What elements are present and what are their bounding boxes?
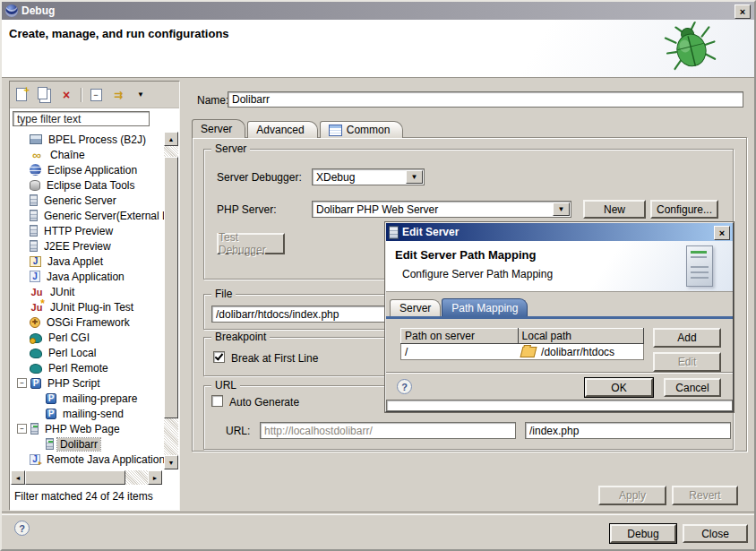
- tree-item[interactable]: Generic Server(External Launch): [12, 208, 165, 223]
- close-button[interactable]: Close: [683, 524, 748, 543]
- cancel-button[interactable]: Cancel: [664, 378, 721, 397]
- configure-server-button[interactable]: Configure...: [650, 200, 718, 219]
- tree-item[interactable]: mailing-send: [12, 406, 165, 421]
- column-path-on-server[interactable]: Path on server: [401, 329, 519, 344]
- tree-item[interactable]: J2EE Preview: [12, 238, 165, 254]
- column-local-path[interactable]: Local path: [518, 329, 643, 344]
- apply-button-label: Apply: [619, 489, 646, 502]
- page-title: Create, manage, and run configurations: [9, 27, 229, 40]
- tree-item[interactable]: Generic Server: [12, 193, 165, 208]
- new-configuration-button[interactable]: [13, 87, 30, 103]
- dialog-tab-path-mapping[interactable]: Path Mapping: [442, 298, 528, 316]
- tree-item-icon: [30, 164, 41, 176]
- tree-item[interactable]: BPEL Process (B2J): [12, 132, 165, 147]
- tree-item[interactable]: Dolibarr: [12, 436, 165, 452]
- name-input[interactable]: [228, 91, 743, 108]
- scroll-left-button[interactable]: ◄: [11, 470, 25, 485]
- new-server-button[interactable]: New: [583, 200, 646, 219]
- url-path-field[interactable]: [525, 422, 731, 439]
- tree-item-icon: [30, 423, 39, 435]
- filter-arrows-icon: [114, 89, 123, 101]
- php-server-select[interactable]: Dolibarr PHP Web Server: [312, 201, 571, 218]
- tree-item[interactable]: OSGi Framework: [12, 314, 165, 330]
- duplicate-icon: [38, 87, 47, 99]
- dropdown-arrow-icon[interactable]: [406, 170, 423, 184]
- tree-item-label: Dolibarr: [57, 438, 100, 451]
- help-icon[interactable]: [14, 521, 30, 536]
- tree-item[interactable]: PHP Web Page: [12, 421, 165, 436]
- tab-common[interactable]: Common: [320, 121, 404, 138]
- window-titlebar[interactable]: Debug: [2, 2, 754, 20]
- break-at-first-line-checkbox[interactable]: [213, 351, 225, 363]
- tab-advanced-label: Advanced: [256, 124, 304, 136]
- ok-button[interactable]: OK: [585, 378, 653, 397]
- server-debugger-select[interactable]: XDebug: [312, 168, 425, 185]
- tree-expander-icon[interactable]: [17, 378, 27, 388]
- tree-item[interactable]: Perl CGI: [12, 330, 165, 345]
- url-auto-preview-field[interactable]: [386, 400, 733, 411]
- tree-horizontal-scrollbar[interactable]: ◄ ►: [11, 470, 162, 485]
- cell-local-path[interactable]: /dolibarr/htdocs: [518, 344, 643, 360]
- auto-generate-checkbox[interactable]: [211, 395, 223, 407]
- tree-item[interactable]: Java Applet: [12, 254, 165, 269]
- php-server-value: Dolibarr PHP Web Server: [316, 203, 438, 216]
- add-mapping-button[interactable]: Add: [653, 328, 721, 348]
- path-mapping-table[interactable]: Path on server Local path / /dolibarr/ht…: [400, 328, 644, 360]
- scroll-up-button[interactable]: ▲: [164, 132, 178, 146]
- revert-button[interactable]: Revert: [672, 486, 738, 505]
- tree-item[interactable]: Chaîne: [12, 147, 165, 162]
- edit-server-titlebar[interactable]: Edit Server: [386, 223, 733, 241]
- apply-button[interactable]: Apply: [598, 486, 666, 505]
- url-base-field[interactable]: [260, 422, 516, 439]
- scroll-right-button[interactable]: ►: [148, 470, 162, 485]
- tree-item[interactable]: Remote Java Application: [12, 452, 165, 467]
- tree-item-icon: [30, 240, 38, 252]
- tree-item[interactable]: Perl Local: [12, 345, 165, 360]
- dialog-tab-server[interactable]: Server: [390, 299, 441, 316]
- edit-mapping-button[interactable]: Edit: [653, 352, 721, 372]
- filter-input[interactable]: [13, 111, 150, 126]
- tree-item[interactable]: JUnit: [12, 284, 165, 299]
- tree-item-icon: [30, 210, 38, 221]
- tree-item[interactable]: HTTP Preview: [12, 223, 165, 238]
- edit-server-close-button[interactable]: [714, 226, 730, 240]
- tree-item-icon: [30, 286, 44, 298]
- break-at-first-line-label: Break at First Line: [231, 352, 318, 365]
- test-debugger-button[interactable]: Test Debugger: [217, 233, 285, 254]
- ok-button-label: OK: [611, 382, 626, 394]
- dropdown-arrow-icon[interactable]: [553, 202, 570, 216]
- tree-expander-icon[interactable]: [17, 424, 27, 434]
- tree-item[interactable]: JUnit Plug-in Test: [12, 299, 165, 314]
- tree-item[interactable]: mailing-prepare: [12, 391, 165, 406]
- new-config-icon: [16, 88, 27, 101]
- tree-item-icon: [30, 149, 44, 161]
- tree-item[interactable]: Java Application: [12, 269, 165, 284]
- tree-item[interactable]: Eclipse Data Tools: [12, 177, 165, 193]
- delete-configuration-button[interactable]: [58, 87, 74, 103]
- tree-item[interactable]: PHP Script: [12, 375, 165, 391]
- tab-common-label: Common: [347, 124, 391, 136]
- tree-item[interactable]: Eclipse Application: [12, 162, 165, 177]
- scroll-thumb[interactable]: [25, 470, 125, 485]
- filter-menu-button[interactable]: [133, 87, 149, 103]
- scroll-down-button[interactable]: ▼: [164, 455, 178, 469]
- tab-advanced[interactable]: Advanced: [247, 121, 317, 138]
- tab-server[interactable]: Server: [192, 119, 245, 138]
- duplicate-configuration-button[interactable]: [36, 87, 52, 103]
- scroll-thumb[interactable]: [164, 157, 178, 418]
- tree-item[interactable]: Perl Remote: [12, 360, 165, 375]
- tree-vertical-scrollbar[interactable]: ▲ ▼: [164, 132, 178, 469]
- scroll-track[interactable]: [164, 418, 178, 455]
- filter-status-text: Filter matched 24 of 24 items: [14, 490, 153, 503]
- scroll-track[interactable]: [125, 470, 148, 485]
- collapse-all-button[interactable]: [88, 87, 104, 103]
- file-group-label: File: [211, 288, 236, 300]
- dialog-help-icon[interactable]: [397, 379, 412, 394]
- debug-button[interactable]: Debug: [610, 524, 676, 543]
- scroll-track[interactable]: [164, 146, 178, 157]
- window-close-button[interactable]: [735, 4, 751, 19]
- filter-button[interactable]: [110, 87, 126, 103]
- cell-server-path[interactable]: /: [401, 344, 519, 360]
- table-row[interactable]: / /dolibarr/htdocs: [401, 344, 644, 360]
- edit-button-label: Edit: [678, 356, 697, 368]
